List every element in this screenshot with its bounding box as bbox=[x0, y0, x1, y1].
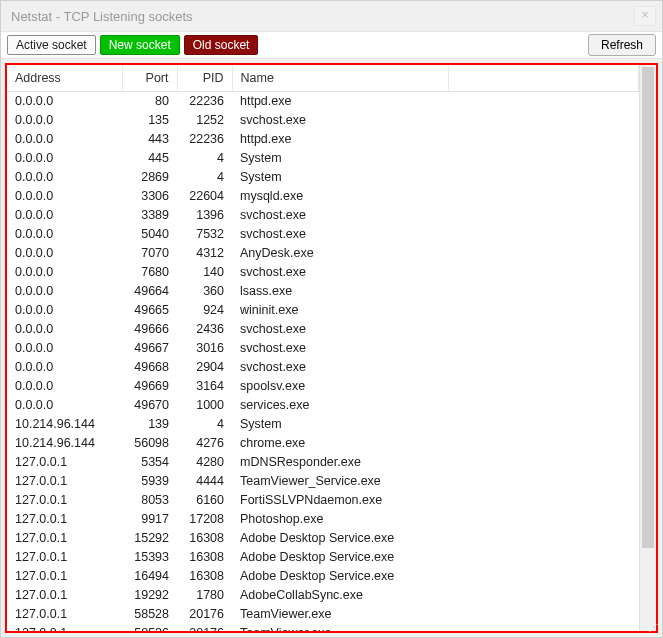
table-row[interactable]: 0.0.0.049664360lsass.exe bbox=[7, 281, 639, 300]
table-row[interactable]: 0.0.0.033891396svchost.exe bbox=[7, 205, 639, 224]
table-row[interactable]: 0.0.0.07680140svchost.exe bbox=[7, 262, 639, 281]
scrollbar-thumb[interactable] bbox=[642, 67, 654, 548]
scroll-area[interactable]: Address Port PID Name 0.0.0.08022236http… bbox=[7, 65, 639, 631]
cell-filler bbox=[449, 243, 639, 262]
cell-address: 0.0.0.0 bbox=[7, 205, 122, 224]
cell-name: httpd.exe bbox=[232, 129, 449, 148]
col-name[interactable]: Name bbox=[232, 65, 449, 91]
cell-address: 0.0.0.0 bbox=[7, 129, 122, 148]
cell-address: 127.0.0.1 bbox=[7, 604, 122, 623]
cell-address: 127.0.0.1 bbox=[7, 566, 122, 585]
cell-address: 127.0.0.1 bbox=[7, 547, 122, 566]
cell-pid: 20176 bbox=[177, 604, 232, 623]
table-row[interactable]: 0.0.0.0496662436svchost.exe bbox=[7, 319, 639, 338]
refresh-button[interactable]: Refresh bbox=[588, 34, 656, 56]
table-row[interactable]: 10.214.96.1441394System bbox=[7, 414, 639, 433]
table-row[interactable]: 0.0.0.0496682904svchost.exe bbox=[7, 357, 639, 376]
cell-port: 49670 bbox=[122, 395, 177, 414]
table-row[interactable]: 0.0.0.028694System bbox=[7, 167, 639, 186]
table-row[interactable]: 0.0.0.0496701000services.exe bbox=[7, 395, 639, 414]
vertical-scrollbar[interactable] bbox=[639, 65, 656, 631]
cell-name: System bbox=[232, 167, 449, 186]
cell-pid: 1396 bbox=[177, 205, 232, 224]
cell-port: 5354 bbox=[122, 452, 177, 471]
cell-address: 0.0.0.0 bbox=[7, 91, 122, 110]
socket-table: Address Port PID Name 0.0.0.08022236http… bbox=[7, 65, 639, 631]
cell-port: 139 bbox=[122, 414, 177, 433]
table-row[interactable]: 0.0.0.0330622604mysqld.exe bbox=[7, 186, 639, 205]
cell-port: 9917 bbox=[122, 509, 177, 528]
cell-name: Adobe Desktop Service.exe bbox=[232, 528, 449, 547]
cell-address: 0.0.0.0 bbox=[7, 338, 122, 357]
table-row[interactable]: 127.0.0.153544280mDNSResponder.exe bbox=[7, 452, 639, 471]
table-row[interactable]: 10.214.96.144560984276chrome.exe bbox=[7, 433, 639, 452]
cell-pid: 3164 bbox=[177, 376, 232, 395]
cell-port: 7070 bbox=[122, 243, 177, 262]
cell-address: 10.214.96.144 bbox=[7, 433, 122, 452]
cell-pid: 2904 bbox=[177, 357, 232, 376]
col-port[interactable]: Port bbox=[122, 65, 177, 91]
cell-port: 3306 bbox=[122, 186, 177, 205]
cell-pid: 22236 bbox=[177, 91, 232, 110]
cell-name: System bbox=[232, 148, 449, 167]
cell-filler bbox=[449, 91, 639, 110]
cell-port: 49667 bbox=[122, 338, 177, 357]
cell-port: 16494 bbox=[122, 566, 177, 585]
table-row[interactable]: 127.0.0.11529216308Adobe Desktop Service… bbox=[7, 528, 639, 547]
cell-filler bbox=[449, 186, 639, 205]
cell-port: 8053 bbox=[122, 490, 177, 509]
cell-pid: 4 bbox=[177, 414, 232, 433]
cell-address: 0.0.0.0 bbox=[7, 110, 122, 129]
cell-pid: 4444 bbox=[177, 471, 232, 490]
cell-filler bbox=[449, 148, 639, 167]
cell-pid: 16308 bbox=[177, 528, 232, 547]
cell-name: Adobe Desktop Service.exe bbox=[232, 566, 449, 585]
table-row[interactable]: 0.0.0.01351252svchost.exe bbox=[7, 110, 639, 129]
cell-filler bbox=[449, 224, 639, 243]
table-row[interactable]: 0.0.0.049665924wininit.exe bbox=[7, 300, 639, 319]
table-row[interactable]: 127.0.0.15853620176TeamViewer.exe bbox=[7, 623, 639, 631]
table-row[interactable]: 127.0.0.1192921780AdobeCollabSync.exe bbox=[7, 585, 639, 604]
cell-name: FortiSSLVPNdaemon.exe bbox=[232, 490, 449, 509]
col-address[interactable]: Address bbox=[7, 65, 122, 91]
cell-name: AnyDesk.exe bbox=[232, 243, 449, 262]
cell-port: 135 bbox=[122, 110, 177, 129]
table-row[interactable]: 0.0.0.08022236httpd.exe bbox=[7, 91, 639, 110]
cell-address: 0.0.0.0 bbox=[7, 376, 122, 395]
table-row[interactable]: 0.0.0.0496693164spoolsv.exe bbox=[7, 376, 639, 395]
cell-address: 127.0.0.1 bbox=[7, 471, 122, 490]
cell-filler bbox=[449, 452, 639, 471]
cell-filler bbox=[449, 547, 639, 566]
table-row[interactable]: 127.0.0.159394444TeamViewer_Service.exe bbox=[7, 471, 639, 490]
cell-address: 127.0.0.1 bbox=[7, 528, 122, 547]
col-pid[interactable]: PID bbox=[177, 65, 232, 91]
table-row[interactable]: 127.0.0.11539316308Adobe Desktop Service… bbox=[7, 547, 639, 566]
table-row[interactable]: 127.0.0.180536160FortiSSLVPNdaemon.exe bbox=[7, 490, 639, 509]
cell-pid: 22604 bbox=[177, 186, 232, 205]
cell-pid: 6160 bbox=[177, 490, 232, 509]
cell-port: 19292 bbox=[122, 585, 177, 604]
table-row[interactable]: 0.0.0.050407532svchost.exe bbox=[7, 224, 639, 243]
table-row[interactable]: 0.0.0.04454System bbox=[7, 148, 639, 167]
table-row[interactable]: 127.0.0.11649416308Adobe Desktop Service… bbox=[7, 566, 639, 585]
cell-name: chrome.exe bbox=[232, 433, 449, 452]
close-icon[interactable]: × bbox=[634, 6, 656, 26]
cell-name: svchost.exe bbox=[232, 110, 449, 129]
table-row[interactable]: 127.0.0.1991717208Photoshop.exe bbox=[7, 509, 639, 528]
table-row[interactable]: 0.0.0.0496673016svchost.exe bbox=[7, 338, 639, 357]
cell-port: 3389 bbox=[122, 205, 177, 224]
table-row[interactable]: 0.0.0.070704312AnyDesk.exe bbox=[7, 243, 639, 262]
cell-port: 58536 bbox=[122, 623, 177, 631]
cell-port: 49664 bbox=[122, 281, 177, 300]
legend-old-socket: Old socket bbox=[184, 35, 259, 55]
netstat-window: Netstat - TCP Listening sockets × Active… bbox=[0, 0, 663, 638]
cell-name: wininit.exe bbox=[232, 300, 449, 319]
cell-port: 56098 bbox=[122, 433, 177, 452]
table-row[interactable]: 0.0.0.044322236httpd.exe bbox=[7, 129, 639, 148]
table-row[interactable]: 127.0.0.15852820176TeamViewer.exe bbox=[7, 604, 639, 623]
content-pane: Address Port PID Name 0.0.0.08022236http… bbox=[5, 63, 658, 633]
cell-port: 49669 bbox=[122, 376, 177, 395]
socket-table-container: Address Port PID Name 0.0.0.08022236http… bbox=[7, 65, 639, 631]
cell-address: 127.0.0.1 bbox=[7, 509, 122, 528]
cell-pid: 924 bbox=[177, 300, 232, 319]
